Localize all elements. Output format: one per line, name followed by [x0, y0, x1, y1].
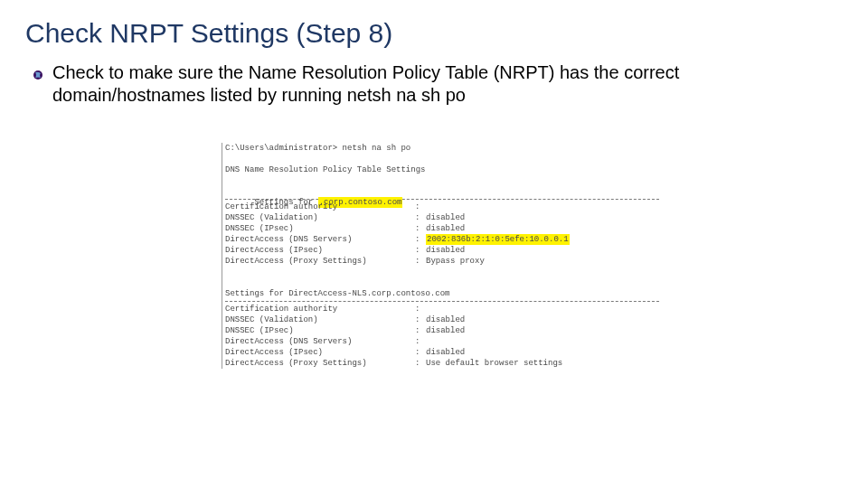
table-row: DirectAccess (DNS Servers) :	[225, 336, 659, 347]
row-colon: :	[415, 234, 426, 245]
row-label: Certification authority	[225, 304, 415, 314]
row-label: DirectAccess (DNS Servers)	[225, 336, 415, 347]
row-value-highlight: 2002:836b:2:1:0:5efe:10.0.0.1	[426, 234, 570, 245]
row-value: Use default browser settings	[426, 358, 562, 369]
row-colon: :	[415, 347, 426, 358]
row-colon: :	[415, 304, 426, 314]
row-label: DNSSEC (IPsec)	[225, 325, 415, 336]
row-colon: :	[415, 202, 426, 212]
row-label: DirectAccess (Proxy Settings)	[225, 358, 415, 369]
row-colon: :	[415, 314, 426, 325]
row-value: disabled	[426, 347, 465, 358]
terminal-prompt: C:\Users\administrator> netsh na sh po	[225, 143, 659, 154]
row-label: DNSSEC (IPsec)	[225, 223, 415, 234]
settings-for-line-2: Settings for DirectAccess-NLS.corp.conto…	[225, 288, 659, 299]
row-value: disabled	[426, 212, 465, 223]
bullet-item: Check to make sure the Name Resolution P…	[33, 61, 843, 107]
row-value: Bypass proxy	[426, 256, 485, 267]
table-row: DirectAccess (Proxy Settings) : Bypass p…	[225, 256, 659, 267]
terminal-output: C:\Users\administrator> netsh na sh po D…	[222, 143, 659, 369]
table-row: DNSSEC (IPsec) : disabled	[225, 223, 659, 234]
row-colon: :	[415, 325, 426, 336]
dns-server-ipv6-highlight: 2002:836b:2:1:0:5efe:10.0.0.1	[426, 234, 570, 245]
table-row: DNSSEC (Validation) : disabled	[225, 212, 659, 223]
row-label: DNSSEC (Validation)	[225, 314, 415, 325]
terminal-heading: DNS Name Resolution Policy Table Setting…	[225, 164, 659, 175]
row-label: DirectAccess (IPsec)	[225, 245, 415, 256]
row-label: Certification authority	[225, 202, 415, 212]
row-value: disabled	[426, 314, 465, 325]
slide: Check NRPT Settings (Step 8) Check to ma…	[0, 0, 868, 488]
row-label: DNSSEC (Validation)	[225, 212, 415, 223]
row-colon: :	[415, 256, 426, 267]
table-row: DirectAccess (Proxy Settings) : Use defa…	[225, 358, 659, 369]
row-label: DirectAccess (Proxy Settings)	[225, 256, 415, 267]
divider	[225, 301, 659, 302]
table-row: DirectAccess (IPsec) : disabled	[225, 245, 659, 256]
row-label: DirectAccess (DNS Servers)	[225, 234, 415, 245]
settings-for-line-1: Settings for .corp.contoso.com	[225, 186, 659, 197]
table-row: DirectAccess (DNS Servers) : 2002:836b:2…	[225, 234, 659, 245]
table-row: DirectAccess (IPsec) : disabled	[225, 347, 659, 358]
bullet-icon	[33, 68, 43, 79]
row-label: DirectAccess (IPsec)	[225, 347, 415, 358]
row-colon: :	[415, 358, 426, 369]
slide-title: Check NRPT Settings (Step 8)	[25, 18, 843, 49]
row-value: disabled	[426, 223, 465, 234]
table-row: Certification authority :	[225, 202, 659, 212]
table-row: DNSSEC (Validation) : disabled	[225, 314, 659, 325]
bullet-text: Check to make sure the Name Resolution P…	[52, 61, 830, 107]
row-colon: :	[415, 336, 426, 347]
table-row: DNSSEC (IPsec) : disabled	[225, 325, 659, 336]
row-colon: :	[415, 212, 426, 223]
row-colon: :	[415, 223, 426, 234]
row-colon: :	[415, 245, 426, 256]
row-value: disabled	[426, 245, 465, 256]
row-value: disabled	[426, 325, 465, 336]
table-row: Certification authority :	[225, 304, 659, 314]
